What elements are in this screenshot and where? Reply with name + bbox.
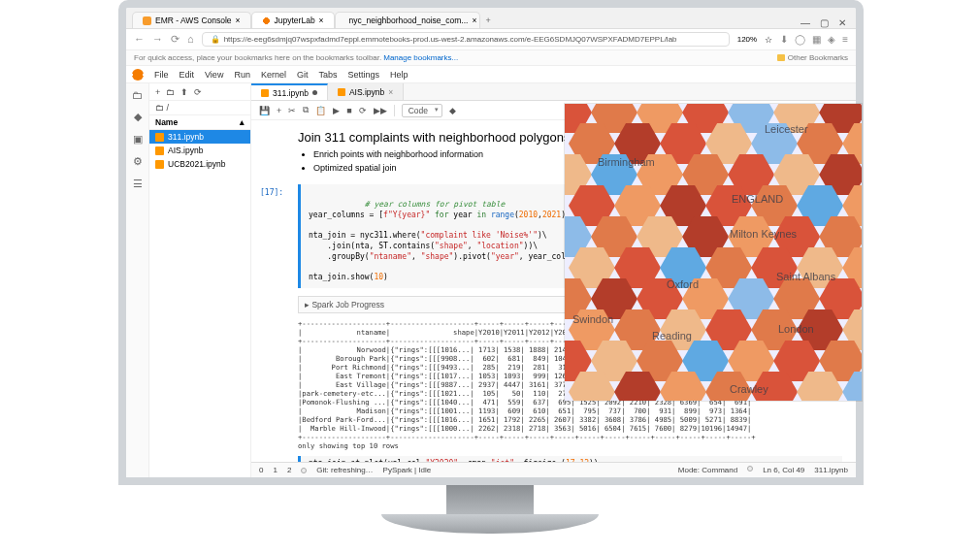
status-num: 0 xyxy=(259,466,263,474)
window-controls: — ▢ ✕ xyxy=(800,17,856,28)
filebrowser-icon[interactable]: 🗀 xyxy=(132,89,143,101)
new-folder-icon[interactable]: 🗀 xyxy=(166,87,175,97)
notebook-icon xyxy=(155,160,164,169)
running-icon[interactable]: ▣ xyxy=(133,133,143,146)
status-git: Git: refreshing… xyxy=(316,466,373,474)
insert-icon[interactable]: + xyxy=(277,106,281,115)
browser-tab-aws[interactable]: EMR - AWS Console× xyxy=(132,12,251,28)
tab-label: 311.ipynb xyxy=(273,88,309,98)
extension-icon[interactable]: ⚙ xyxy=(133,155,143,168)
map-city-label: Milton Keynes xyxy=(730,228,797,240)
restart-icon[interactable]: ⟳ xyxy=(359,106,367,115)
status-dot-icon xyxy=(301,468,307,473)
maximize-icon[interactable]: ▢ xyxy=(820,17,829,28)
tab-label: AIS.ipynb xyxy=(349,87,384,97)
code-cell[interactable]: nta_join.st.plot(val_col="Y2020", cmap="… xyxy=(298,456,842,462)
col-name[interactable]: Name xyxy=(155,117,240,127)
map-city-label: Birmingham xyxy=(598,156,655,168)
zoom-level[interactable]: 120% xyxy=(737,35,757,44)
cut-icon[interactable]: ✂ xyxy=(288,106,296,115)
run-icon[interactable]: ▶ xyxy=(333,106,340,115)
stop-icon[interactable]: ■ xyxy=(346,106,351,115)
notebook-icon xyxy=(155,133,164,142)
run-all-icon[interactable]: ▶▶ xyxy=(374,106,387,115)
menu-kernel[interactable]: Kernel xyxy=(261,70,286,80)
browser-tab-jupyter[interactable]: JupyterLab× xyxy=(251,12,335,28)
map-city-label: ENGLAND xyxy=(732,193,783,205)
monitor-stand xyxy=(381,485,599,534)
map-city-label: Leicester xyxy=(765,123,808,135)
file-sidebar: + 🗀 ⬆ ⟳ 🗀 / Name▴ 311.ipynb AIS.ipynb UC… xyxy=(149,83,251,477)
git-icon[interactable]: ◆ xyxy=(449,106,456,115)
hexbin-map-overlay: BirminghamLeicesterENGLANDMilton KeynesO… xyxy=(565,104,862,401)
menu-settings[interactable]: Settings xyxy=(347,70,379,80)
map-city-label: Crawley xyxy=(730,383,768,395)
git-icon[interactable]: ◆ xyxy=(134,111,142,123)
browser-tab-nyc[interactable]: nyc_neighborhood_noise_com...× xyxy=(335,12,480,28)
file-name: 311.ipynb xyxy=(168,132,204,142)
file-item[interactable]: AIS.ipynb xyxy=(149,144,250,157)
jupyter-menubar: File Edit View Run Kernel Git Tabs Setti… xyxy=(126,66,856,83)
menu-file[interactable]: File xyxy=(154,70,169,80)
activity-bar: 🗀 ◆ ▣ ⚙ ☰ xyxy=(126,83,149,477)
menu-edit[interactable]: Edit xyxy=(180,70,195,80)
status-mode: Mode: Command xyxy=(678,466,737,474)
notebook-icon xyxy=(261,89,269,97)
lock-icon: 🔒 xyxy=(211,35,220,44)
jupyter-logo-icon xyxy=(132,69,144,81)
file-item[interactable]: 311.ipynb xyxy=(149,130,250,144)
notebook-icon xyxy=(338,88,345,96)
minimize-icon[interactable]: — xyxy=(800,17,810,28)
celltype-select[interactable]: Code xyxy=(402,104,442,117)
status-num: 1 xyxy=(273,466,277,474)
close-icon[interactable]: × xyxy=(236,16,241,25)
new-tab-button[interactable]: + xyxy=(480,13,497,28)
home-icon[interactable]: ⌂ xyxy=(187,33,194,46)
close-icon[interactable]: × xyxy=(319,16,324,25)
menu-help[interactable]: Help xyxy=(390,70,408,80)
file-item[interactable]: UCB2021.ipynb xyxy=(149,157,250,171)
extensions-icon[interactable]: ▦ xyxy=(812,34,821,45)
copy-icon[interactable]: ⧉ xyxy=(303,105,309,115)
close-icon[interactable]: × xyxy=(472,16,476,25)
forward-icon[interactable]: → xyxy=(152,33,163,46)
menu-git[interactable]: Git xyxy=(297,70,309,80)
new-launcher-icon[interactable]: + xyxy=(155,87,160,97)
close-icon[interactable]: ✕ xyxy=(838,17,846,28)
menu-run[interactable]: Run xyxy=(234,70,250,80)
save-icon[interactable]: 💾 xyxy=(259,106,270,115)
map-city-label: Swindon xyxy=(572,313,613,325)
breadcrumb[interactable]: 🗀 / xyxy=(149,101,250,115)
back-icon[interactable]: ← xyxy=(134,33,145,46)
chevron-up-icon: ▴ xyxy=(240,117,245,127)
input-prompt: [17]: xyxy=(260,188,283,199)
map-city-label: London xyxy=(778,323,814,335)
paste-icon[interactable]: 📋 xyxy=(315,106,326,115)
refresh-icon[interactable]: ⟳ xyxy=(194,87,202,97)
status-dot-icon xyxy=(747,466,753,472)
tab-ais[interactable]: AIS.ipynb× xyxy=(328,83,404,100)
account-icon[interactable]: ◯ xyxy=(795,34,805,45)
upload-icon[interactable]: ⬆ xyxy=(180,87,188,97)
menu-view[interactable]: View xyxy=(205,70,223,80)
notebook-tabs: 311.ipynb AIS.ipynb× xyxy=(251,83,856,101)
map-city-label: Reading xyxy=(652,330,692,342)
menu-icon[interactable]: ≡ xyxy=(842,34,848,45)
bookmarks-hint: For quick access, place your bookmarks h… xyxy=(134,53,381,62)
url-input[interactable]: 🔒 https://e-eeg6sdmjq07wspxfadmd7eppl.em… xyxy=(202,32,730,47)
commands-icon[interactable]: ☰ xyxy=(133,178,143,190)
tab-label: EMR - AWS Console xyxy=(155,16,232,25)
shield-icon[interactable]: ◈ xyxy=(828,34,835,45)
other-bookmarks[interactable]: Other Bookmarks xyxy=(788,53,848,62)
notebook-icon xyxy=(155,146,164,155)
tab-311[interactable]: 311.ipynb xyxy=(251,83,328,100)
manage-bookmarks-link[interactable]: Manage bookmarks... xyxy=(383,53,458,62)
browser-urlbar-row: ← → ⟳ ⌂ 🔒 https://e-eeg6sdmjq07wspxfadmd… xyxy=(126,29,856,50)
tab-label: JupyterLab xyxy=(275,16,315,25)
downloads-icon[interactable]: ⬇ xyxy=(780,34,788,45)
star-icon[interactable]: ☆ xyxy=(765,35,772,45)
browser-tabbar: EMR - AWS Console× JupyterLab× nyc_neigh… xyxy=(126,8,856,29)
close-icon[interactable]: × xyxy=(388,87,393,97)
reload-icon[interactable]: ⟳ xyxy=(171,33,180,46)
menu-tabs[interactable]: Tabs xyxy=(318,70,337,80)
